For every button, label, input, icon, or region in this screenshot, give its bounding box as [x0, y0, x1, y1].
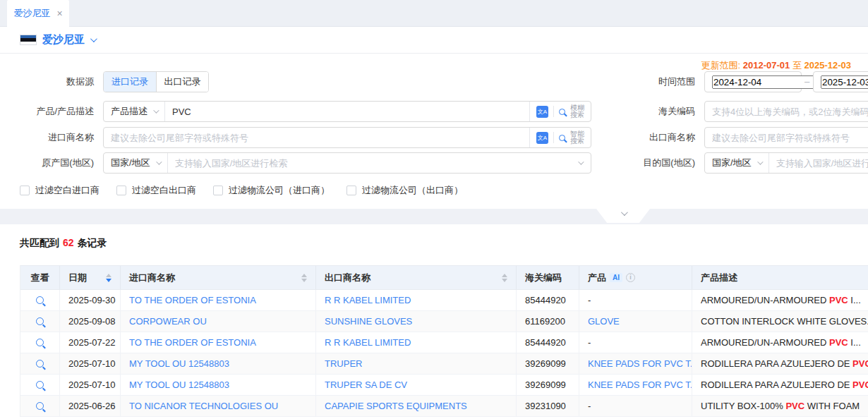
destination-type-select[interactable]: 国家/地区 [705, 153, 769, 173]
checkbox-filter-blank-exporter[interactable]: 过滤空白出口商 [116, 184, 196, 197]
import-records-toggle[interactable]: 进口记录 [104, 72, 156, 92]
view-record-icon[interactable] [36, 381, 44, 389]
end-date-field[interactable] [821, 75, 868, 89]
date-cell: 2025-07-10 [60, 353, 121, 375]
view-record-icon[interactable] [36, 339, 44, 346]
product-search-group: 产品描述 文A 模糊 搜索 [103, 101, 591, 122]
smart-search-toggle[interactable]: 智能 搜索 [570, 130, 584, 145]
product-tools: 文A 模糊 搜索 [529, 102, 591, 121]
checkbox-icon[interactable] [346, 186, 356, 195]
date-range-separator: – [804, 71, 809, 92]
product-cell: - [579, 396, 692, 417]
exporter-link[interactable]: TRUPER SA DE CV [325, 379, 407, 390]
date-cell: 2025-07-22 [60, 332, 121, 353]
view-cell[interactable] [20, 353, 60, 375]
importer-link[interactable]: MY TOOL OU 12548803 [129, 358, 229, 369]
checkbox-filter-logistics-exporter[interactable]: 过滤物流公司（出口商） [346, 184, 463, 197]
view-cell[interactable] [20, 311, 60, 332]
chevron-down-icon [156, 159, 162, 164]
table-row: 2025-06-26 TO NICANOR TECHNOLOGIES OU CA… [20, 396, 868, 417]
col-exporter[interactable]: 出口商名称 [316, 266, 517, 289]
exporter-link[interactable]: CAPAPIE SPORTS EQUIPMENTS [325, 401, 467, 411]
collapse-panel-toggle[interactable] [596, 209, 650, 223]
exporter-link[interactable]: TRUPER [325, 358, 362, 369]
sort-icon[interactable] [106, 274, 111, 282]
exporter-label: 出口商名称 [621, 127, 695, 148]
tab-title: 爱沙尼亚 [13, 7, 50, 20]
translate-icon[interactable]: 文A [536, 106, 548, 118]
view-cell[interactable] [20, 332, 60, 353]
col-importer[interactable]: 进口商名称 [121, 266, 316, 289]
exporter-search-group [704, 127, 868, 148]
exporter-link[interactable]: R R KABEL LIMITED [325, 337, 411, 348]
col-date[interactable]: 日期 [60, 266, 121, 289]
hs-code-label: 海关编码 [621, 101, 695, 122]
origin-input[interactable] [168, 153, 578, 173]
hs-code-cell: 85444920 [517, 332, 579, 353]
destination-input[interactable] [769, 153, 868, 173]
data-source-toggle: 进口记录 出口记录 [103, 71, 209, 92]
checkbox-filter-logistics-importer[interactable]: 过滤物流公司（进口商） [213, 184, 330, 197]
translate-icon[interactable]: 文A [536, 132, 548, 144]
sort-icon[interactable] [502, 274, 507, 282]
origin-group: 国家/地区 [103, 152, 591, 174]
exporter-input[interactable] [705, 128, 868, 147]
checkbox-icon[interactable] [20, 186, 30, 195]
fuzzy-search-toggle[interactable]: 模糊 搜索 [570, 104, 584, 119]
importer-label: 进口商名称 [14, 127, 94, 148]
importer-link[interactable]: MY TOOL OU 12548803 [129, 379, 229, 390]
col-product: 产品 AI i [579, 266, 692, 289]
checkbox-icon[interactable] [116, 186, 126, 195]
importer-link[interactable]: TO THE ORDER OF ESTONIA [129, 337, 256, 348]
product-link[interactable]: KNEE PADS FOR PVC T... [588, 358, 692, 369]
country-title[interactable]: 爱沙尼亚 [42, 33, 85, 47]
product-link[interactable]: KNEE PADS FOR PVC T... [588, 379, 692, 390]
date-cell: 2025-09-30 [60, 290, 121, 311]
exporter-link[interactable]: SUNSHINE GLOVES [325, 316, 412, 327]
ai-badge: AI [610, 273, 622, 282]
update-range-to: 2025-12-03 [804, 60, 852, 71]
hs-code-cell: 39231090 [517, 396, 579, 417]
checkbox-icon[interactable] [213, 186, 223, 195]
importer-tools: 文A 智能 搜索 [529, 128, 591, 147]
product-link[interactable]: GLOVE [588, 316, 620, 327]
view-record-icon[interactable] [36, 317, 44, 325]
view-cell[interactable] [20, 396, 60, 417]
product-desc-cell: UTILITY BOX-100% PVC WITH FOAM [692, 396, 868, 417]
hs-code-input[interactable] [705, 102, 868, 121]
product-search-input[interactable] [165, 102, 529, 121]
trade-data-page: 爱沙尼亚 × 爱沙尼亚 更新范围: 2012-07-01 至 2025-12-0… [0, 0, 868, 419]
search-icon[interactable] [559, 135, 565, 141]
update-range-to-word: 至 [792, 60, 802, 71]
view-cell[interactable] [20, 290, 60, 311]
view-cell[interactable] [20, 375, 60, 396]
chevron-down-icon[interactable] [90, 35, 97, 42]
view-record-icon[interactable] [36, 296, 44, 304]
end-date-input[interactable] [813, 71, 868, 92]
view-record-icon[interactable] [36, 402, 44, 410]
view-record-icon[interactable] [36, 360, 44, 368]
origin-type-select[interactable]: 国家/地区 [104, 153, 168, 173]
product-desc-cell: RODILLERA PARA AZULEJERO DE PVC [692, 375, 868, 396]
chevron-down-icon[interactable] [578, 159, 584, 164]
importer-link[interactable]: CORPOWEAR OU [129, 316, 207, 327]
importer-input[interactable] [104, 128, 529, 147]
update-range: 更新范围: 2012-07-01 至 2025-12-03 [701, 59, 852, 72]
start-date-input[interactable] [704, 71, 802, 92]
hs-code-cell: 39269099 [517, 353, 579, 375]
tab-close-icon[interactable]: × [56, 8, 62, 19]
tab-estonia[interactable]: 爱沙尼亚 × [7, 0, 69, 27]
sort-icon[interactable] [301, 274, 307, 282]
search-icon[interactable] [559, 109, 565, 115]
exporter-link[interactable]: R R KABEL LIMITED [325, 295, 411, 305]
info-icon[interactable]: i [626, 273, 635, 282]
results-table: 查看 日期 进口商名称 出口商名称 海关编码 产品 AI i [20, 265, 868, 417]
chevron-down-icon [757, 159, 763, 164]
checkbox-filter-blank-importer[interactable]: 过滤空白进口商 [20, 184, 100, 197]
export-records-toggle[interactable]: 出口记录 [156, 72, 208, 92]
importer-link[interactable]: TO THE ORDER OF ESTONIA [129, 295, 256, 305]
product-type-select[interactable]: 产品描述 [104, 102, 165, 121]
product-cell: - [579, 290, 692, 311]
importer-link[interactable]: TO NICANOR TECHNOLOGIES OU [129, 401, 278, 411]
table-row: 2025-07-10 MY TOOL OU 12548803 TRUPER 39… [20, 353, 868, 375]
